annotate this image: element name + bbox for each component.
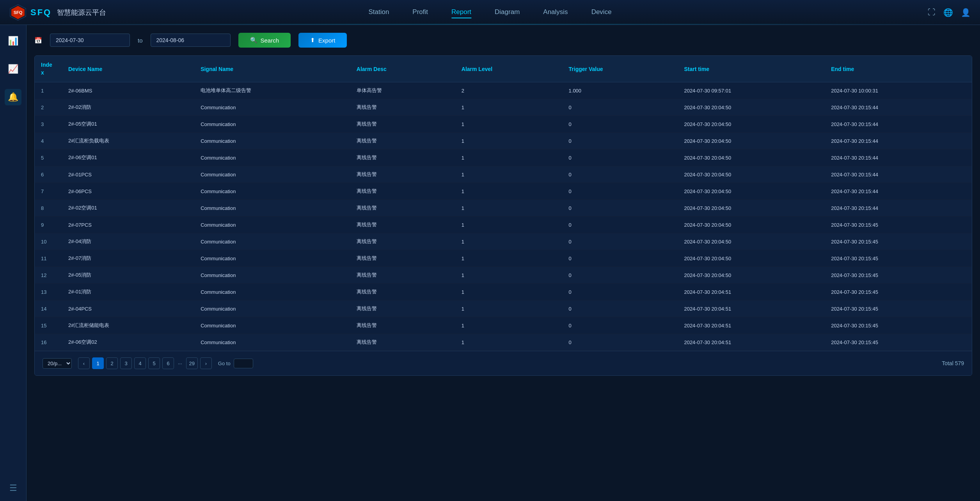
cell-alarm-level: 1 [455, 116, 563, 133]
sidebar-chart-icon[interactable]: 📊 [5, 33, 21, 49]
cell-trigger-value: 0 [563, 284, 678, 300]
fullscreen-icon[interactable]: ⛶ [928, 8, 936, 17]
table-row: 5 2#-06空调01 Communication 离线告警 1 0 2024-… [35, 149, 972, 166]
cell-end-time: 2024-07-30 20:15:45 [825, 217, 972, 233]
cell-end-time: 2024-07-30 20:15:45 [825, 334, 972, 351]
cell-index: 16 [35, 334, 62, 351]
calendar-icon[interactable]: 📅 [34, 37, 42, 44]
col-start-time: Start time [678, 56, 825, 82]
table-row: 2 2#-02消防 Communication 离线告警 1 0 2024-07… [35, 99, 972, 116]
cell-alarm-level: 1 [455, 133, 563, 149]
main-nav: Station Profit Report Diagram Analysis D… [368, 7, 611, 18]
search-icon: 🔍 [250, 37, 257, 44]
cell-signal-name: Communication [194, 183, 350, 200]
cell-start-time: 2024-07-30 20:04:50 [678, 166, 825, 183]
svg-text:SFQ: SFQ [14, 10, 23, 15]
cell-index: 3 [35, 116, 62, 133]
cell-start-time: 2024-07-30 20:04:50 [678, 149, 825, 166]
cell-signal-name: Communication [194, 217, 350, 233]
nav-profit[interactable]: Profit [412, 7, 428, 18]
cell-start-time: 2024-07-30 09:57:01 [678, 82, 825, 99]
nav-diagram[interactable]: Diagram [495, 7, 520, 18]
nav-report[interactable]: Report [451, 7, 471, 18]
cell-trigger-value: 0 [563, 200, 678, 217]
nav-station[interactable]: Station [368, 7, 389, 18]
cell-end-time: 2024-07-30 20:15:45 [825, 284, 972, 300]
cell-signal-name: Communication [194, 116, 350, 133]
cell-end-time: 2024-07-30 20:15:45 [825, 300, 972, 317]
cell-alarm-desc: 离线告警 [350, 116, 455, 133]
cell-alarm-desc: 离线告警 [350, 217, 455, 233]
col-index: Inde x [35, 56, 62, 82]
cell-signal-name: Communication [194, 149, 350, 166]
col-end-time: End time [825, 56, 972, 82]
table-row: 7 2#-06PCS Communication 离线告警 1 0 2024-0… [35, 183, 972, 200]
export-label: Export [318, 37, 335, 44]
cell-trigger-value: 0 [563, 250, 678, 267]
prev-page-button[interactable]: ‹ [78, 357, 90, 369]
cell-signal-name: Communication [194, 300, 350, 317]
cell-alarm-desc: 离线告警 [350, 166, 455, 183]
search-button[interactable]: 🔍 Search [238, 33, 291, 48]
cell-end-time: 2024-07-30 20:15:45 [825, 250, 972, 267]
cell-end-time: 2024-07-30 20:15:45 [825, 233, 972, 250]
cell-alarm-level: 2 [455, 82, 563, 99]
table-row: 11 2#-07消防 Communication 离线告警 1 0 2024-0… [35, 250, 972, 267]
table-row: 12 2#-05消防 Communication 离线告警 1 0 2024-0… [35, 267, 972, 284]
page-6-button[interactable]: 6 [162, 357, 174, 369]
cell-trigger-value: 0 [563, 116, 678, 133]
end-date-input[interactable] [151, 34, 231, 47]
cell-index: 10 [35, 233, 62, 250]
page-2-button[interactable]: 2 [106, 357, 118, 369]
cell-start-time: 2024-07-30 20:04:50 [678, 250, 825, 267]
cell-device-name: 2#-01消防 [62, 284, 194, 300]
cell-alarm-desc: 离线告警 [350, 250, 455, 267]
cell-start-time: 2024-07-30 20:04:51 [678, 334, 825, 351]
table-header-row: Inde x Device Name Signal Name Alarm Des… [35, 56, 972, 82]
cell-trigger-value: 0 [563, 334, 678, 351]
goto-area: Go to [218, 359, 253, 368]
cell-index: 14 [35, 300, 62, 317]
cell-index: 2 [35, 99, 62, 116]
table-row: 14 2#-04PCS Communication 离线告警 1 0 2024-… [35, 300, 972, 317]
nav-analysis[interactable]: Analysis [543, 7, 568, 18]
sidebar-menu-icon[interactable]: ☰ [6, 480, 20, 496]
cell-start-time: 2024-07-30 20:04:51 [678, 300, 825, 317]
table-row: 15 2#汇流柜储能电表 Communication 离线告警 1 0 2024… [35, 317, 972, 334]
page-3-button[interactable]: 3 [120, 357, 132, 369]
page-4-button[interactable]: 4 [134, 357, 146, 369]
table-row: 1 2#-06BMS 电池堆单体高二级告警 单体高告警 2 1.000 2024… [35, 82, 972, 99]
cell-index: 1 [35, 82, 62, 99]
cell-index: 5 [35, 149, 62, 166]
table-row: 13 2#-01消防 Communication 离线告警 1 0 2024-0… [35, 284, 972, 300]
start-date-input[interactable] [50, 34, 130, 47]
page-last-button[interactable]: 29 [186, 357, 198, 369]
globe-icon[interactable]: 🌐 [943, 8, 953, 17]
page-5-button[interactable]: 5 [148, 357, 160, 369]
cell-alarm-desc: 离线告警 [350, 233, 455, 250]
cell-index: 7 [35, 183, 62, 200]
per-page-select[interactable]: 20/p... 50/p 100/p [43, 358, 72, 369]
brand-title: 智慧能源云平台 [57, 8, 106, 17]
cell-index: 15 [35, 317, 62, 334]
cell-device-name: 2#-01PCS [62, 166, 194, 183]
logo-icon: SFQ [9, 4, 27, 21]
sidebar-alarm-icon[interactable]: 🔔 [5, 89, 21, 105]
col-device-name: Device Name [62, 56, 194, 82]
col-signal-name: Signal Name [194, 56, 350, 82]
page-1-button[interactable]: 1 [92, 357, 104, 369]
page-dots: ··· [176, 361, 184, 366]
next-page-button[interactable]: › [200, 357, 212, 369]
export-button[interactable]: ⬆ Export [298, 33, 347, 48]
col-trigger-value: Trigger Value [563, 56, 678, 82]
cell-index: 6 [35, 166, 62, 183]
nav-device[interactable]: Device [591, 7, 612, 18]
user-icon[interactable]: 👤 [961, 8, 971, 17]
cell-index: 9 [35, 217, 62, 233]
total-info: Total 579 [942, 360, 964, 366]
sidebar-bar-icon[interactable]: 📈 [5, 61, 21, 77]
sidebar: 📊 📈 🔔 ☰ [0, 25, 27, 501]
cell-start-time: 2024-07-30 20:04:51 [678, 317, 825, 334]
goto-input[interactable] [234, 359, 253, 368]
cell-device-name: 2#汇流柜负载电表 [62, 133, 194, 149]
